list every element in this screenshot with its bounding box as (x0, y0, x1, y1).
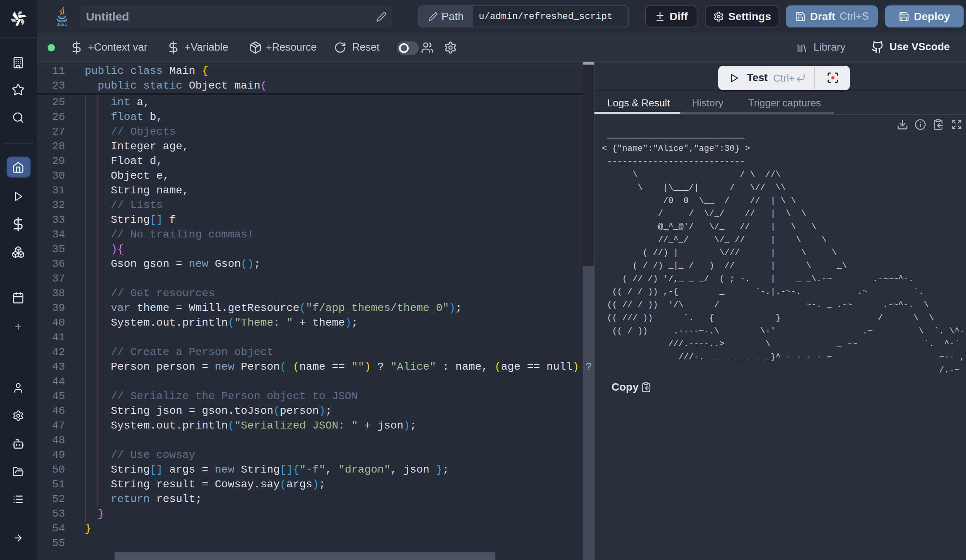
svg-text:Java: Java (57, 22, 67, 27)
